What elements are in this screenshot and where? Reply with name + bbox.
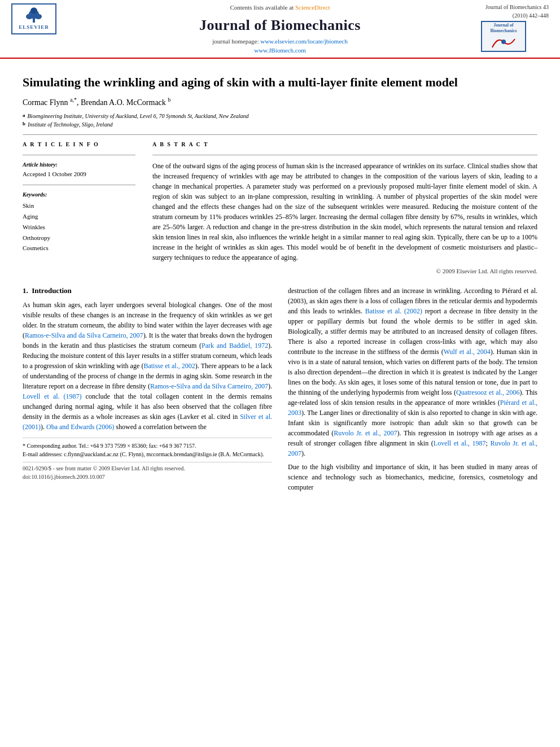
footnote-corresponding: * Corresponding author. Tel.: +64 9 373 … — [23, 442, 272, 450]
footer-doi: doi:10.1016/j.jbiomech.2009.10.007 — [23, 473, 272, 482]
abstract-text: One of the outward signs of the aging pr… — [152, 161, 537, 263]
sciencedirect-text: Contents lists available at — [230, 4, 294, 11]
ref-oba-2006[interactable]: Oba and Edwards (2006) — [46, 423, 114, 431]
journal-name: Journal of Biomechanics — [85, 15, 475, 36]
keyword-aging: Aging — [23, 211, 135, 222]
keyword-orthotropy: Orthotropy — [23, 233, 135, 243]
keywords-list: Skin Aging Wrinkles Orthotropy Cosmetics — [23, 200, 135, 253]
article-info-label: A R T I C L E I N F O — [23, 141, 135, 149]
article-history-label: Article history: — [23, 161, 135, 169]
sciencedirect-link[interactable]: ScienceDirect — [295, 4, 330, 11]
elsevier-tree-icon — [23, 7, 45, 24]
article-abstract-panel: A B S T R A C T One of the outward signs… — [152, 141, 537, 276]
ref-lovell-1987-2[interactable]: Lovell et al., 1987 — [434, 439, 486, 447]
keyword-wrinkles: Wrinkles — [23, 222, 135, 233]
copyright-line: © 2009 Elsevier Ltd. All rights reserved… — [152, 267, 537, 276]
footer-issn: 0021-9290/$ - see front matter © 2009 El… — [23, 465, 272, 473]
header-left: ELSEVIER — [11, 3, 79, 34]
intro-paragraph-3: Due to the high visibility and importanc… — [288, 462, 537, 492]
ref-batisse-2002-1[interactable]: Batisse et al., 2002 — [143, 362, 195, 370]
intro-paragraph-2: destruction of the collagen fibres and a… — [288, 286, 537, 458]
page: ELSEVIER Contents lists available at Sci… — [0, 0, 560, 747]
body-left-column: 1. Introduction As human skin ages, each… — [23, 286, 272, 496]
affil-b: b Institute of Technology, Sligo, Irelan… — [23, 120, 537, 129]
homepage-url2[interactable]: www.JBiomech.com — [254, 47, 306, 54]
svg-point-4 — [30, 7, 37, 14]
article-title: Simulating the wrinkling and aging of sk… — [23, 75, 537, 91]
header-center: Contents lists available at ScienceDirec… — [79, 3, 481, 55]
keywords-row: Keywords: Skin Aging Wrinkles Orthotropy… — [23, 191, 135, 254]
elsevier-text: ELSEVIER — [19, 24, 49, 31]
footnote-email-label: E-mail addresses: — [23, 451, 63, 457]
keyword-cosmetics: Cosmetics — [23, 243, 135, 254]
svg-point-3 — [35, 14, 42, 19]
intro-section-title: 1. Introduction — [23, 286, 272, 296]
homepage-url1[interactable]: www.elsevier.com/locate/jbiomech — [260, 38, 347, 45]
ref-park-1972[interactable]: Park and Baddiel, 1972 — [202, 342, 268, 350]
biomech-logo-text: Journal ofBiomechanics — [490, 23, 517, 33]
journal-header: ELSEVIER Contents lists available at Sci… — [0, 0, 560, 59]
article-info-panel: A R T I C L E I N F O Article history: A… — [23, 141, 135, 276]
homepage-text: journal homepage: — [212, 38, 259, 45]
footnote-section: * Corresponding author. Tel.: +64 9 373 … — [23, 438, 272, 458]
authors-line: Cormac Flynn a,*, Brendan A.O. McCormack… — [23, 96, 537, 108]
divider-keywords — [23, 185, 135, 185]
divider-abstract — [152, 155, 537, 155]
affiliations: a Bioengineering Institute, University o… — [23, 112, 537, 129]
journal-ref-line: Journal of Biomechanics 43 (2010) 442–44… — [481, 3, 549, 20]
intro-section-title-text: Introduction — [32, 286, 72, 295]
divider-info — [23, 155, 135, 155]
affil-b-text: Institute of Technology, Sligo, Ireland — [28, 120, 112, 129]
elsevier-logo-box: ELSEVIER — [11, 3, 56, 34]
ref-lovell-1987-1[interactable]: Lovell et al. (1987) — [23, 392, 82, 400]
header-right: Journal of Biomechanics 43 (2010) 442–44… — [481, 3, 549, 52]
ref-ruvolo-2007-2[interactable]: Ruvolo Jr. et al., 2007 — [288, 439, 537, 457]
ref-pierard-2003-2[interactable]: Piérard et al., 2003 — [288, 399, 537, 417]
footnote-email1: c.flynn@auckland.ac.nz (C. Flynn), — [64, 451, 145, 457]
ref-ruvolo-2007-1[interactable]: Ruvolo Jr. et al., 2007 — [334, 429, 397, 437]
intro-paragraph-1: As human skin ages, each layer undergoes… — [23, 300, 272, 432]
article-meta: A R T I C L E I N F O Article history: A… — [23, 141, 537, 276]
biomech-logo-icon — [487, 33, 520, 50]
svg-point-5 — [501, 40, 506, 44]
ref-ramos-2007-1[interactable]: Ramos-e-Silva and da Silva Carneiro, 200… — [25, 331, 143, 339]
svg-point-2 — [26, 14, 33, 19]
article-content: Simulating the wrinkling and aging of sk… — [0, 59, 560, 508]
keyword-skin: Skin — [23, 200, 135, 211]
sciencedirect-line: Contents lists available at ScienceDirec… — [85, 3, 475, 12]
body-right-column: destruction of the collagen fibres and a… — [288, 286, 537, 496]
ref-quatresooz-2006[interactable]: Quatresooz et al., 2006 — [456, 388, 519, 396]
journal-homepage: journal homepage: www.elsevier.com/locat… — [85, 37, 475, 55]
ref-wulf-2004[interactable]: Wulf et al., 2004 — [444, 348, 491, 356]
keywords-label: Keywords: — [23, 191, 135, 199]
intro-section-number: 1. — [23, 286, 28, 295]
affil-sup-b: b — [23, 120, 25, 129]
body-columns: 1. Introduction As human skin ages, each… — [23, 286, 537, 496]
abstract-label: A B S T R A C T — [152, 141, 537, 149]
footnote-email2: mccormack.brendan@itsligo.ie (B.A. McCor… — [146, 451, 264, 457]
ref-batisse-2002-2[interactable]: Batisse et al. (2002) — [365, 307, 422, 315]
footer-info: 0021-9290/$ - see front matter © 2009 El… — [23, 462, 272, 481]
biomech-logo-box: Journal ofBiomechanics — [481, 21, 526, 52]
divider-after-affiliations — [23, 134, 537, 135]
affil-a: a Bioengineering Institute, University o… — [23, 112, 537, 120]
affil-a-text: Bioengineering Institute, University of … — [28, 112, 249, 120]
affil-sup-a: a — [23, 112, 25, 120]
author-sup-a: a,* — [70, 97, 77, 103]
author-sup-b: b — [168, 97, 170, 103]
article-history-row: Article history: Accepted 1 October 2009 — [23, 161, 135, 179]
article-accepted-value: Accepted 1 October 2009 — [23, 170, 135, 179]
footnote-email: E-mail addresses: c.flynn@auckland.ac.nz… — [23, 450, 272, 458]
ref-ramos-2007-2[interactable]: Ramos-e-Silva and da Silva Carneiro, 200… — [150, 382, 268, 390]
